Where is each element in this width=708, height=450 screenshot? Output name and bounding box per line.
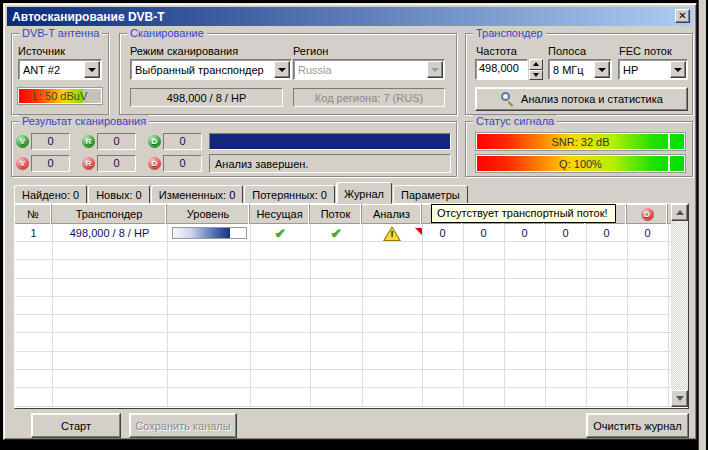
scroll-up-button[interactable] bbox=[671, 204, 688, 221]
r-ok-count: 0 bbox=[97, 133, 136, 150]
column-header-d-red: D bbox=[627, 204, 668, 224]
transponder-summary-text: 498,000 / 8 / HP bbox=[167, 92, 247, 104]
band-label: Полоса bbox=[548, 45, 586, 57]
warning-icon: ! bbox=[383, 226, 401, 241]
analyze-stream-button-label: Анализ потока и статистика bbox=[521, 93, 663, 105]
title-bar[interactable]: Автосканирование DVB-T ✕ bbox=[7, 7, 693, 26]
checkmark-icon: ✔ bbox=[275, 226, 286, 241]
tab-found[interactable]: Найдено: 0 bbox=[14, 185, 87, 204]
tooltip-anchor-flag-icon bbox=[415, 228, 422, 235]
d-fail-icon: D bbox=[148, 157, 161, 170]
scan-mode-combobox-value: Выбранный транспондер bbox=[131, 64, 273, 76]
band-combobox-value: 8 МГц bbox=[549, 64, 593, 76]
r-ok-icon: R bbox=[82, 135, 95, 148]
scroll-down-button[interactable] bbox=[671, 390, 688, 407]
scan-status-box: Анализ завершен. bbox=[209, 154, 451, 173]
fec-combobox-arrow[interactable] bbox=[670, 61, 686, 78]
row-num: 1 bbox=[15, 224, 52, 242]
column-header-stream: Поток bbox=[310, 204, 362, 224]
tooltip: Отсутствует транспортный поток! bbox=[431, 204, 616, 223]
magnifier-icon bbox=[500, 92, 514, 106]
scan-mode-label: Режим сканирования bbox=[130, 45, 238, 57]
start-button[interactable]: Старт bbox=[31, 413, 121, 438]
quality-bar: Q: 100% bbox=[476, 155, 685, 172]
d-fail-count: 0 bbox=[163, 155, 202, 172]
tab-lost[interactable]: Потерянных: 0 bbox=[244, 185, 335, 204]
antenna-group-title: DVB-T антенна bbox=[19, 27, 102, 39]
frequency-input[interactable]: 498,000 bbox=[475, 59, 528, 80]
antenna-level-bar: L: 50 dBuV bbox=[18, 88, 102, 104]
scroll-up-icon bbox=[676, 210, 684, 215]
window-title: Автосканирование DVB-T bbox=[12, 10, 165, 24]
row-stream-cell: ✔ bbox=[310, 224, 362, 242]
column-header-carrier: Несущая bbox=[250, 204, 310, 224]
spin-up-icon bbox=[533, 62, 539, 66]
column-header-analysis: Анализ bbox=[362, 204, 422, 224]
analyze-stream-button[interactable]: Анализ потока и статистика bbox=[475, 87, 688, 111]
spin-down-icon bbox=[533, 73, 539, 77]
r-fail-icon: R bbox=[82, 157, 95, 170]
save-channels-button: Сохранить каналы bbox=[129, 413, 237, 438]
tab-journal[interactable]: Журнал bbox=[336, 182, 392, 204]
frequency-spinner[interactable]: 498,000 bbox=[475, 59, 543, 80]
close-button[interactable]: ✕ bbox=[675, 9, 690, 23]
journal-grid: № Транспондер Уровень Несущая Поток Анал… bbox=[14, 203, 689, 409]
fec-combobox-value: HP bbox=[619, 64, 669, 76]
frequency-label: Частота bbox=[476, 45, 517, 57]
chevron-down-icon bbox=[674, 68, 682, 72]
fec-combobox[interactable]: HP bbox=[618, 59, 688, 80]
scanning-group: Сканирование Режим сканирования Регион В… bbox=[119, 33, 457, 115]
row-analysis-cell: ! bbox=[362, 224, 422, 242]
region-combobox: Russia bbox=[293, 59, 445, 80]
scan-result-group: Результат сканирования V 0 R 0 D 0 V 0 R… bbox=[11, 121, 457, 177]
column-header-transponder: Транспондер bbox=[52, 204, 167, 224]
fec-label: FEC поток bbox=[619, 45, 672, 57]
row-count-1: 0 bbox=[463, 224, 504, 242]
vertical-scrollbar[interactable] bbox=[671, 204, 688, 407]
row-count-2: 0 bbox=[504, 224, 545, 242]
chevron-down-icon bbox=[88, 68, 96, 72]
tab-parameters[interactable]: Параметры bbox=[393, 185, 468, 204]
row-count-0: 0 bbox=[422, 224, 463, 242]
region-combobox-value: Russia bbox=[294, 64, 426, 76]
source-combobox-arrow[interactable] bbox=[84, 61, 100, 78]
background-window-strip bbox=[698, 0, 706, 450]
source-combobox[interactable]: ANT #2 bbox=[18, 59, 102, 80]
checkmark-icon: ✔ bbox=[331, 226, 342, 241]
tab-changed[interactable]: Измененных: 0 bbox=[151, 185, 244, 204]
band-combobox-arrow[interactable] bbox=[594, 61, 610, 78]
frequency-spin-down-button[interactable] bbox=[529, 70, 543, 81]
v-fail-icon: V bbox=[16, 157, 29, 170]
band-combobox[interactable]: 8 МГц bbox=[548, 59, 612, 80]
antenna-group: DVB-T антенна Источник ANT #2 L: 50 dBuV bbox=[11, 33, 109, 115]
v-ok-icon: V bbox=[16, 135, 29, 148]
row-count-3: 0 bbox=[545, 224, 586, 242]
row-level-fill bbox=[173, 228, 230, 238]
v-ok-count: 0 bbox=[31, 133, 70, 150]
v-fail-count: 0 bbox=[31, 155, 70, 172]
grid-empty-rows bbox=[15, 242, 671, 407]
snr-text: SNR: 32 dB bbox=[551, 136, 609, 148]
transponder-group-title: Транспондер bbox=[473, 27, 546, 39]
signal-status-group: Статус сигнала SNR: 32 dB Q: 100% bbox=[465, 121, 693, 177]
antenna-level-text: L: 50 dBuV bbox=[33, 90, 87, 102]
snr-bar: SNR: 32 dB bbox=[476, 133, 685, 150]
column-header-level: Уровень bbox=[167, 204, 250, 224]
table-row[interactable]: 1 498,000 / 8 / HP ✔ ✔ ! 0 0 0 0 0 0 bbox=[15, 224, 671, 242]
frequency-spin-up-button[interactable] bbox=[529, 59, 543, 70]
quality-text: Q: 100% bbox=[559, 158, 602, 170]
d-ok-icon: D bbox=[148, 135, 161, 148]
d-ok-count: 0 bbox=[163, 133, 202, 150]
clear-journal-button[interactable]: Очистить журнал bbox=[586, 413, 689, 438]
row-count-4: 0 bbox=[586, 224, 627, 242]
source-combobox-value: ANT #2 bbox=[19, 64, 83, 76]
row-transponder: 498,000 / 8 / HP bbox=[52, 224, 167, 242]
region-code-box: Код региона: 7 (RUS) bbox=[293, 88, 445, 107]
scan-mode-combobox-arrow[interactable] bbox=[274, 61, 290, 78]
row-level-bar bbox=[172, 227, 247, 239]
transponder-group: Транспондер Частота Полоса FEC поток 498… bbox=[465, 33, 693, 115]
scan-mode-combobox[interactable]: Выбранный транспондер bbox=[130, 59, 292, 80]
scan-status-text: Анализ завершен. bbox=[215, 158, 308, 170]
tab-new[interactable]: Новых: 0 bbox=[88, 185, 150, 204]
r-fail-count: 0 bbox=[97, 155, 136, 172]
